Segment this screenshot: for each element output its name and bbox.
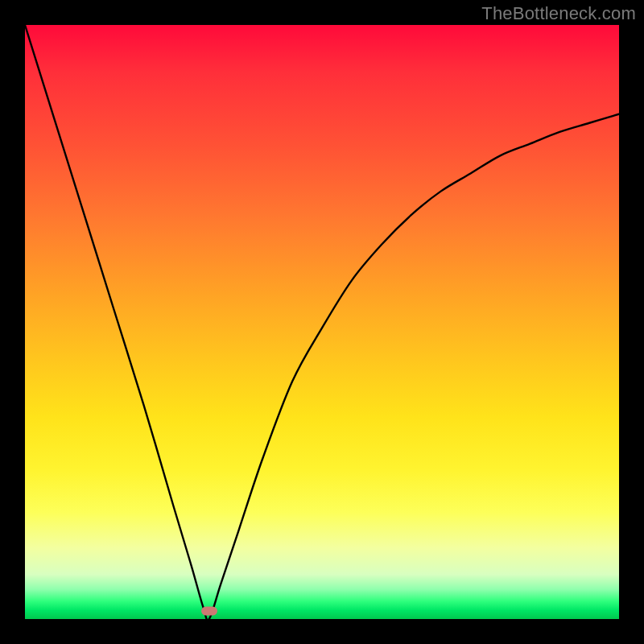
chart-plot-area xyxy=(25,25,619,619)
chart-curve xyxy=(25,25,619,619)
watermark-text: TheBottleneck.com xyxy=(481,3,636,24)
chart-frame: TheBottleneck.com xyxy=(0,0,644,644)
chart-min-marker xyxy=(201,606,217,615)
